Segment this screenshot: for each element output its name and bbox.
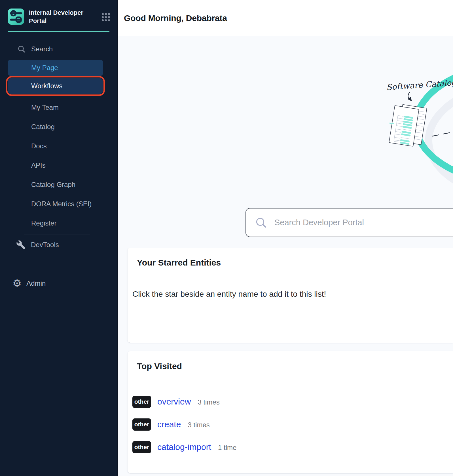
sidebar-item-label: Admin bbox=[26, 279, 46, 287]
entity-link-catalog-import[interactable]: catalog-import bbox=[157, 442, 211, 452]
gear-icon: ⚙ bbox=[12, 278, 22, 288]
apps-grid-icon[interactable] bbox=[102, 13, 110, 21]
cards-section: Your Starred Entities Click the star bes… bbox=[118, 248, 453, 473]
search-icon bbox=[18, 45, 26, 53]
sidebar-item-dora-metrics[interactable]: DORA Metrics (SEI) bbox=[0, 194, 117, 214]
sidebar-item-register[interactable]: Register bbox=[0, 214, 117, 233]
sidebar-item-admin[interactable]: ⚙ Admin bbox=[0, 274, 117, 292]
sidebar-item-my-team[interactable]: My Team bbox=[0, 98, 117, 117]
top-visited-row: other create 3 times bbox=[128, 413, 453, 436]
greeting-title: Good Morning, Debabrata bbox=[124, 13, 227, 23]
visit-count: 3 times bbox=[198, 397, 219, 406]
portal-search-bar[interactable]: Search Developer Portal bbox=[245, 208, 453, 237]
sidebar-nav: Search My Page Workflows My Team Catalog… bbox=[0, 40, 117, 254]
sidebar-item-label: My Page bbox=[31, 64, 58, 71]
search-icon bbox=[255, 217, 267, 229]
sidebar-item-catalog[interactable]: Catalog bbox=[0, 117, 117, 136]
search-placeholder-text: Search Developer Portal bbox=[274, 218, 364, 227]
entity-link-overview[interactable]: overview bbox=[157, 397, 191, 407]
sidebar: Internal Developer Portal Search My Page… bbox=[0, 0, 118, 476]
illustration-label: Software Catalog bbox=[386, 78, 453, 92]
entity-link-create[interactable]: create bbox=[157, 420, 181, 429]
sidebar-section-divider bbox=[8, 265, 109, 265]
sidebar-item-label: DevTools bbox=[31, 241, 59, 249]
sidebar-item-devtools[interactable]: DevTools bbox=[0, 235, 117, 254]
wrench-icon bbox=[16, 240, 26, 250]
sidebar-item-my-page[interactable]: My Page bbox=[8, 60, 103, 76]
top-visited-row: other catalog-import 1 time bbox=[128, 436, 453, 458]
sidebar-item-docs[interactable]: Docs bbox=[0, 136, 117, 156]
sidebar-item-label: Search bbox=[31, 45, 53, 53]
app-window: Internal Developer Portal Search My Page… bbox=[0, 0, 453, 476]
top-visited-row: other overview 3 times bbox=[128, 390, 453, 413]
catalog-pages bbox=[386, 103, 427, 148]
starred-entities-title: Your Starred Entities bbox=[137, 248, 453, 268]
hero-section: Software Catalog Search Developer Portal bbox=[118, 36, 453, 248]
sidebar-nav-group: My Team Catalog Docs APIs Catalog Graph … bbox=[0, 98, 117, 233]
main-content: Good Morning, Debabrata bbox=[118, 0, 453, 476]
top-visited-list: other overview 3 times other create 3 ti… bbox=[128, 390, 453, 458]
sidebar-divider bbox=[24, 235, 90, 235]
starred-entities-card: Your Starred Entities Click the star bes… bbox=[128, 248, 453, 343]
entity-kind-badge: other bbox=[132, 396, 151, 408]
sidebar-item-workflows[interactable]: Workflows bbox=[8, 78, 103, 94]
sidebar-item-search[interactable]: Search bbox=[0, 40, 117, 58]
sidebar-header: Internal Developer Portal bbox=[0, 0, 117, 25]
visit-count: 1 time bbox=[218, 443, 236, 452]
sidebar-item-label: Workflows bbox=[31, 82, 62, 90]
portal-logo-icon[interactable] bbox=[8, 9, 24, 25]
entity-kind-badge: other bbox=[132, 441, 151, 453]
sidebar-accent-divider bbox=[8, 31, 109, 32]
portal-title: Internal Developer Portal bbox=[29, 9, 87, 25]
top-visited-card: Top Visited other overview 3 times other… bbox=[128, 351, 453, 473]
page-header: Good Morning, Debabrata bbox=[118, 0, 453, 36]
entity-kind-badge: other bbox=[132, 418, 151, 431]
top-visited-title: Top Visited bbox=[137, 351, 453, 371]
sidebar-item-catalog-graph[interactable]: Catalog Graph bbox=[0, 175, 117, 194]
starred-entities-empty-message: Click the star beside an entity name to … bbox=[132, 290, 453, 299]
visit-count: 3 times bbox=[188, 420, 209, 429]
sidebar-item-apis[interactable]: APIs bbox=[0, 156, 117, 175]
